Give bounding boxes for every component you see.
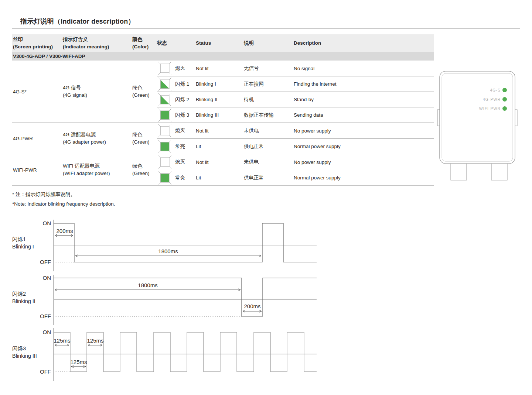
duration-on: 125ms (54, 337, 70, 344)
header-screen-printing: 丝印 (Screen printing) (12, 35, 63, 50)
off-label: OFF (40, 368, 51, 375)
duration-off: 1800ms (158, 248, 178, 254)
table-group-4g-s: 4G-S* 4G 信号 (4G signal) 绿色 (Green) (12, 61, 434, 123)
table-group-4g-pwr: 4G-PWR 4G 适配器电源 (4G adapter power) 绿色 (G… (12, 123, 434, 154)
group-screen-printing: 4G-S* (12, 89, 63, 95)
table-row: 闪烁 2 Blinking II 待机 Stand-by (157, 92, 434, 107)
duration-on: 200ms (56, 228, 73, 234)
device-label-4g-pwr: 4G-PWR (483, 97, 501, 102)
on-label: ON (43, 220, 51, 226)
led-off-icon (157, 124, 175, 138)
device-led-4g-pwr (502, 97, 507, 102)
device-label-4g-s: 4G-S (490, 88, 501, 92)
header-state-zh: 状态 (157, 39, 196, 47)
led-on-icon (157, 171, 175, 185)
blinking-timing-diagrams: 闪烁1 Blinking I ON OFF 200ms 1800ms 闪烁2 B… (7, 214, 340, 388)
indicator-table: 丝印 (Screen printing) 指示灯含义 (Indicator me… (12, 34, 434, 186)
diagram-blinking-1: 闪烁1 Blinking I ON OFF 200ms 1800ms (12, 220, 317, 271)
led-half-icon (157, 77, 175, 91)
page-title: 指示灯说明（Indicator description） (20, 17, 135, 26)
table-row: 闪烁 1 Blinking I 正在搜网 Finding the interne… (157, 76, 434, 92)
diagram-label-zh: 闪烁2 (12, 291, 26, 297)
diagram-label-en: Blinking II (12, 298, 35, 304)
off-label: OFF (40, 259, 51, 265)
device-body (440, 71, 515, 164)
header-indicator-meaning: 指示灯含义 (Indicator meaning) (63, 35, 132, 50)
section-row-model: V300-4G-ADP / V300-WIFI-ADP (12, 52, 434, 61)
device-label-wifi-pwr: WIFI-PWR (479, 106, 501, 111)
diagram-label-zh: 闪烁3 (12, 346, 26, 351)
on-label: ON (43, 329, 51, 335)
footnotes: * 注：指示灯闪烁频率说明。 *Note: Indicator blinking… (12, 190, 115, 209)
duration-off: 200ms (244, 303, 260, 309)
diagram-label-en: Blinking I (12, 244, 34, 250)
footnote-zh: * 注：指示灯闪烁频率说明。 (12, 190, 115, 199)
device-leg (491, 162, 507, 180)
duration-on: 1800ms (138, 282, 157, 288)
waveform (54, 223, 317, 262)
group-meaning: 4G 信号 (4G signal) (63, 84, 132, 99)
off-label: OFF (40, 313, 51, 319)
header-desc-en: Description (294, 39, 434, 47)
title-divider (12, 28, 520, 28)
manual-page: 指示灯说明（Indicator description） 丝印 (Screen … (0, 0, 532, 395)
group-screen-printing: WIFI-PWR (12, 167, 63, 173)
group-meaning: WIFI 适配器电源 (WIFI adapter power) (63, 162, 132, 178)
led-on-icon (157, 140, 175, 154)
on-label: ON (43, 275, 51, 281)
table-row: 常亮 Lit 供电正常 Normal power supply (157, 170, 434, 185)
led-on-icon (157, 108, 175, 122)
diagram-blinking-2: 闪烁2 Blinking II ON OFF 1800ms 200ms (12, 275, 317, 325)
device-led-4g-s (502, 88, 507, 92)
header-status-en: Status (196, 39, 244, 47)
group-color: 绿色 (Green) (132, 131, 157, 146)
table-row: 闪烁 3 Blinking III 数据正在传输 Sending data (157, 107, 434, 123)
group-meaning: 4G 适配器电源 (4G adapter power) (63, 131, 132, 146)
diagram-label-en: Blinking III (12, 353, 37, 359)
table-row: 熄灭 Not lit 未供电 No power supply (157, 123, 434, 138)
table-group-wifi-pwr: WIFI-PWR WIFI 适配器电源 (WIFI adapter power)… (12, 154, 434, 185)
device-led-wifi-pwr (502, 106, 507, 111)
group-screen-printing: 4G-PWR (12, 136, 63, 141)
group-color: 绿色 (Green) (132, 84, 157, 99)
table-row: 熄灭 Not lit 未供电 No power supply (157, 154, 434, 170)
group-color: 绿色 (Green) (132, 162, 157, 178)
led-off-icon (157, 61, 175, 75)
header-color: 颜色 (Color) (132, 35, 157, 50)
led-half-icon (157, 93, 175, 107)
table-header-row: 丝印 (Screen printing) 指示灯含义 (Indicator me… (12, 34, 434, 52)
adapter-device-illustration: 4G-S 4G-PWR WIFI-PWR (437, 70, 518, 185)
device-leg (451, 162, 467, 180)
table-row: 熄灭 Not lit 无信号 No signal (157, 61, 434, 76)
duration-on2: 125ms (87, 337, 103, 344)
duration-off: 125ms (70, 359, 87, 365)
footnote-en: *Note: Indicator blinking frequency desc… (12, 199, 115, 209)
led-off-icon (157, 155, 175, 169)
header-desc-zh: 说明 (244, 39, 294, 47)
table-row: 常亮 Lit 供电正常 Normal power supply (157, 138, 434, 154)
waveform (54, 278, 317, 316)
diagram-label-zh: 闪烁1 (12, 236, 26, 242)
diagram-blinking-3: 闪烁3 Blinking III ON OFF 125ms 125ms 125m… (12, 328, 317, 381)
